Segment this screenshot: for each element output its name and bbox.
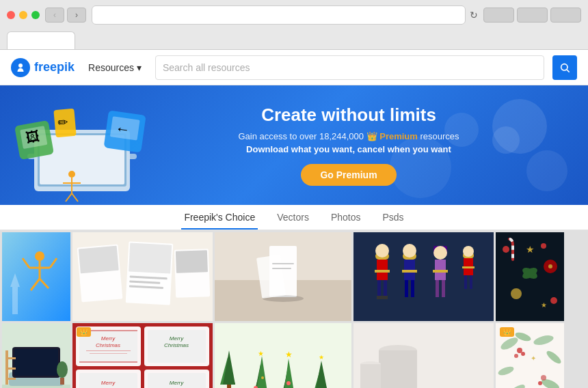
svg-text:←: ← bbox=[114, 120, 131, 139]
back-button[interactable]: ‹ bbox=[45, 8, 64, 23]
svg-rect-145 bbox=[379, 350, 417, 388]
svg-point-15 bbox=[68, 171, 75, 178]
forward-button[interactable]: › bbox=[67, 8, 86, 23]
grid-item-3[interactable] bbox=[215, 232, 351, 321]
tab-psds[interactable]: Psds bbox=[380, 205, 407, 230]
svg-rect-71 bbox=[462, 266, 475, 268]
svg-rect-65 bbox=[433, 270, 448, 273]
svg-point-82 bbox=[511, 288, 522, 299]
tab-freepiks-choice[interactable]: Freepik's Choice bbox=[181, 205, 258, 230]
browser-tab-active[interactable] bbox=[7, 31, 75, 49]
svg-text:✦: ✦ bbox=[531, 355, 536, 362]
grid-item-7[interactable]: Merry Christmas Merry Christmas Merry Ch… bbox=[72, 323, 213, 388]
svg-rect-93 bbox=[5, 378, 16, 380]
freepik-navbar: freepik Resources ▾ Search all resources bbox=[0, 50, 588, 85]
svg-point-23 bbox=[35, 251, 44, 261]
svg-rect-92 bbox=[5, 368, 16, 370]
svg-text:Merry: Merry bbox=[170, 335, 184, 342]
svg-point-164 bbox=[538, 381, 542, 385]
svg-rect-73 bbox=[470, 275, 472, 289]
svg-text:Christmas: Christmas bbox=[96, 342, 120, 348]
grid-item-9[interactable]: New bbox=[353, 323, 494, 388]
svg-point-63 bbox=[433, 246, 447, 260]
svg-rect-67 bbox=[442, 280, 445, 297]
svg-point-81 bbox=[548, 264, 552, 268]
svg-rect-89 bbox=[14, 349, 58, 376]
svg-rect-52 bbox=[377, 280, 381, 297]
hero-title: Create without limits bbox=[238, 105, 459, 126]
toolbar-btn-1[interactable] bbox=[483, 8, 514, 23]
svg-text:Merry: Merry bbox=[101, 380, 116, 386]
svg-line-18 bbox=[66, 193, 72, 202]
svg-line-2 bbox=[567, 70, 570, 72]
svg-point-161 bbox=[514, 354, 518, 358]
svg-rect-55 bbox=[382, 296, 388, 299]
tab-vectors[interactable]: Vectors bbox=[274, 205, 312, 230]
address-bar[interactable] bbox=[92, 5, 466, 25]
grid-item-1[interactable] bbox=[2, 232, 70, 321]
svg-point-1 bbox=[561, 64, 567, 70]
search-bar[interactable]: Search all resources bbox=[155, 55, 544, 80]
hero-illustration: 🖼 ← ✏ bbox=[14, 92, 150, 205]
hero-subtitle: Gain access to over 18,244,000 👑 Premium… bbox=[238, 131, 459, 141]
refresh-icon[interactable]: ↻ bbox=[470, 10, 478, 20]
browser-tab-empty bbox=[78, 31, 133, 49]
toolbar-right bbox=[483, 8, 581, 23]
crown-badge-10: 👑 bbox=[500, 327, 514, 337]
tab-photos[interactable]: Photos bbox=[328, 205, 364, 230]
svg-point-75 bbox=[503, 246, 509, 253]
svg-point-94 bbox=[57, 361, 68, 378]
freepik-logo[interactable]: freepik bbox=[11, 58, 75, 77]
hero-tagline: Download what you want, cancel when you … bbox=[238, 144, 459, 154]
svg-point-142 bbox=[261, 376, 264, 379]
resources-dropdown[interactable]: Resources ▾ bbox=[83, 59, 147, 76]
svg-rect-54 bbox=[377, 296, 382, 299]
grid-item-8[interactable]: ★ ★ ★ bbox=[215, 323, 351, 388]
maximize-button[interactable] bbox=[31, 11, 40, 19]
svg-point-69 bbox=[463, 246, 474, 257]
grid-item-10[interactable]: ✦ ✦ ✦ 👑 bbox=[496, 323, 564, 388]
image-grid: ★ ★ bbox=[0, 230, 588, 388]
svg-point-49 bbox=[375, 244, 389, 258]
traffic-lights bbox=[7, 11, 40, 19]
svg-rect-72 bbox=[464, 275, 467, 289]
grid-item-5[interactable]: ★ ★ bbox=[496, 232, 564, 321]
bubble-3 bbox=[526, 150, 567, 191]
svg-text:🖼: 🖼 bbox=[24, 128, 40, 146]
search-placeholder: Search all resources bbox=[163, 62, 250, 73]
toolbar-btn-3[interactable] bbox=[550, 8, 581, 23]
resources-label: Resources bbox=[88, 62, 134, 73]
content-tabs: Freepik's Choice Vectors Photos Psds bbox=[0, 205, 588, 230]
hero-banner: 🖼 ← ✏ Create without limits Gain access … bbox=[0, 85, 588, 205]
svg-rect-59 bbox=[402, 270, 417, 273]
title-bar: ‹ › ↻ bbox=[0, 0, 588, 29]
toolbar-btn-2[interactable] bbox=[517, 8, 548, 23]
svg-point-76 bbox=[550, 297, 557, 304]
svg-rect-101 bbox=[86, 350, 131, 351]
svg-point-160 bbox=[517, 348, 522, 353]
svg-point-141 bbox=[286, 381, 291, 385]
minimize-button[interactable] bbox=[19, 11, 27, 19]
svg-rect-32 bbox=[79, 246, 119, 274]
svg-rect-122 bbox=[227, 385, 231, 388]
svg-text:★: ★ bbox=[285, 350, 293, 359]
premium-label: Premium bbox=[379, 131, 418, 141]
chevron-down-icon: ▾ bbox=[137, 62, 142, 73]
close-button[interactable] bbox=[7, 11, 15, 19]
svg-rect-149 bbox=[360, 364, 381, 388]
bubble-5 bbox=[492, 126, 520, 154]
grid-item-2[interactable] bbox=[72, 232, 213, 321]
svg-point-163 bbox=[541, 375, 546, 380]
svg-text:Christmas: Christmas bbox=[164, 342, 189, 348]
svg-point-162 bbox=[521, 352, 525, 356]
svg-rect-91 bbox=[5, 357, 16, 359]
svg-point-0 bbox=[18, 64, 23, 68]
logo-icon bbox=[11, 58, 30, 77]
go-premium-button[interactable]: Go Premium bbox=[301, 164, 396, 186]
svg-rect-104 bbox=[79, 361, 137, 363]
grid-item-6[interactable] bbox=[2, 323, 70, 388]
svg-rect-61 bbox=[411, 280, 414, 297]
search-button[interactable] bbox=[552, 55, 577, 80]
grid-item-4[interactable] bbox=[353, 232, 494, 321]
address-bar-container: ↻ bbox=[92, 5, 478, 25]
